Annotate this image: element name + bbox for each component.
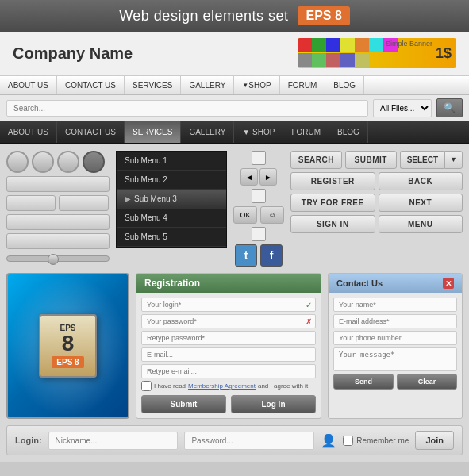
contact-message[interactable] [333,347,457,371]
header: Company Name Simple Banner 1$ [0,32,469,75]
circle-btn-3[interactable] [57,151,79,173]
remember-checkbox[interactable] [343,436,353,446]
remember-label: Remember me [356,436,409,445]
nav1-gallery[interactable]: GALLERY [181,76,234,94]
ok-button[interactable]: OK [233,206,257,224]
clear-btn[interactable]: Clear [397,374,457,390]
retype-email-field[interactable] [141,364,316,378]
login-form-btn[interactable]: Log In [231,395,316,413]
ok-emoji-row: OK ☺ [233,206,284,224]
nav2-shop[interactable]: ▼ SHOP [234,121,283,143]
select-btn[interactable]: SELECT [400,151,444,169]
slider-handle[interactable] [48,254,59,265]
agreement-checkbox[interactable] [141,381,152,391]
close-button[interactable]: ✕ [443,278,454,289]
contact-header: Contact Us ✕ [329,274,462,293]
search-input[interactable] [6,100,368,117]
rect-btn-half-2[interactable] [59,195,108,211]
social-row: t f [235,244,283,267]
prev-arrow[interactable]: ◄ [240,168,258,186]
signin-btn[interactable]: SIGN IN [290,215,375,233]
next-btn[interactable]: NEXT [379,194,463,212]
check-icon: ✓ [306,301,312,309]
product-box-inner: EPS 8 EPS 8 [39,314,96,378]
search-btn[interactable]: SEARCH [290,151,342,169]
login-bar: Login: 👤 Remember me Join [6,425,463,455]
submenu-item-1[interactable]: Sub Menu 1 [117,152,226,171]
checkbox-1[interactable] [252,151,266,165]
agreement-link[interactable]: Membership Agreement [188,382,256,390]
back-btn[interactable]: BACK [379,172,463,190]
user-icon: 👤 [321,433,336,448]
nav2-forum[interactable]: FORUM [283,121,329,143]
btn-row-3: TRY FOR FREE NEXT [290,194,463,212]
nickname-input[interactable] [48,432,179,450]
banner-label: Simple Banner [386,40,432,48]
nav1-forum[interactable]: FORUM [280,76,326,94]
search-button[interactable]: 🔍 [436,98,463,117]
menu-btn[interactable]: MENU [379,215,463,233]
contact-name[interactable] [333,298,457,312]
login-field[interactable] [141,298,316,312]
product-num: 8 [52,332,83,355]
btn-row-4: SIGN IN MENU [290,215,463,233]
nav1-about[interactable]: ABOUT US [0,76,57,94]
checkbox-row [252,151,266,165]
emoji-button[interactable]: ☺ [260,206,284,224]
twitter-button[interactable]: t [235,244,257,267]
select-arrow[interactable]: ▼ [444,151,463,169]
contact-phone[interactable] [333,331,457,345]
nav1-shop[interactable]: SHOP [234,76,279,94]
next-arrow[interactable]: ► [259,168,277,186]
submenu: Sub Menu 1 Sub Menu 2 ▶ Sub Menu 3 Sub M… [116,151,227,248]
submit-form-btn[interactable]: Submit [141,395,226,413]
slider-bar[interactable] [6,255,110,262]
content-area: Sub Menu 1 Sub Menu 2 ▶ Sub Menu 3 Sub M… [0,144,469,462]
password-input[interactable] [184,432,314,450]
checkbox-2[interactable] [252,189,266,203]
search-select[interactable]: All Files... [373,99,432,117]
nav2-contact[interactable]: CONTACT US [57,121,125,143]
nav-bar-2: ABOUT US CONTACT US SERVICES GALLERY ▼ S… [0,121,469,144]
submit-btn[interactable]: SUBMIT [345,151,397,169]
send-btn[interactable]: Send [333,374,394,390]
contact-panel: Contact Us ✕ Send Clear [328,273,463,419]
contact-btn-row: Send Clear [333,374,457,390]
btn-row-2: REGISTER BACK [290,172,463,190]
checkbox-3[interactable] [252,227,266,241]
password-field[interactable] [141,314,316,328]
nav2-services[interactable]: SERVICES [125,121,181,143]
nav2-blog[interactable]: BLOG [329,121,368,143]
submenu-item-3[interactable]: ▶ Sub Menu 3 [117,190,226,209]
facebook-button[interactable]: f [260,244,283,267]
search-bar: All Files... 🔍 [0,95,469,121]
nav2-about[interactable]: ABOUT US [0,121,57,143]
contact-title: Contact Us [336,278,383,288]
middle-section: Sub Menu 1 Sub Menu 2 ▶ Sub Menu 3 Sub M… [6,151,463,267]
rect-btn-half-1[interactable] [6,195,56,211]
retype-field[interactable] [141,331,316,345]
nav1-services[interactable]: SERVICES [125,76,181,94]
rect-btn-wide-2[interactable] [6,214,110,230]
nav2-gallery[interactable]: GALLERY [181,121,234,143]
agreement-end: and I agree with it [258,382,308,390]
contact-email[interactable] [333,314,457,328]
center-buttons: ◄ ► OK ☺ t f [233,151,284,267]
product-label: EPS 8 [52,356,83,368]
circle-btn-4[interactable] [83,151,105,173]
register-btn[interactable]: REGISTER [290,172,375,190]
submenu-item-4[interactable]: Sub Menu 4 [117,209,226,228]
submenu-item-5[interactable]: Sub Menu 5 [117,228,226,247]
circle-btn-1[interactable] [6,151,29,173]
title-text: Web design elements set [119,8,288,25]
rect-btn-wide-1[interactable] [6,176,110,192]
join-button[interactable]: Join [415,431,454,450]
remember-row: Remember me [343,436,409,446]
nav1-contact[interactable]: CONTACT US [57,76,125,94]
try-btn[interactable]: TRY FOR FREE [290,194,375,212]
nav1-blog[interactable]: BLOG [325,76,364,94]
circle-btn-2[interactable] [32,151,54,173]
email-field[interactable] [141,347,316,362]
rect-btn-wide-3[interactable] [6,233,110,249]
submenu-item-2[interactable]: Sub Menu 2 [117,171,226,190]
